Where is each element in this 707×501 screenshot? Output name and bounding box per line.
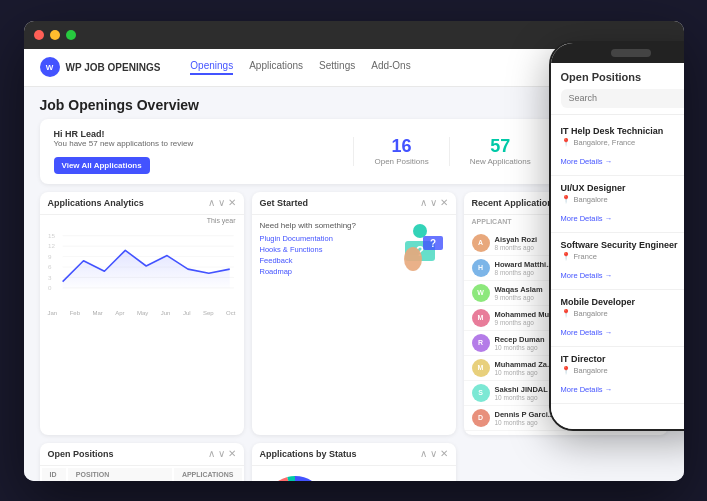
gs-up-icon[interactable]: ∧	[420, 198, 427, 208]
chart-label-mar: Mar	[92, 310, 102, 316]
phone-job-more-1[interactable]: More Details →	[561, 214, 613, 223]
close-dot[interactable]	[34, 30, 44, 40]
phone-job-item-0: IT Help Desk Technician 📍 Bangalore, Fra…	[551, 119, 684, 176]
phone-job-item-3: Mobile Developer 📍 Bangalore More Detail…	[551, 290, 684, 347]
open-positions-card: Open Positions ∧ ∨ ✕ ID POSITION APPLICA…	[40, 443, 244, 481]
phone-search: 🔍 ☰	[561, 89, 684, 108]
avatar-5: M	[472, 359, 490, 377]
chart-label-jun: Jun	[161, 310, 171, 316]
phone-job-more-3[interactable]: More Details →	[561, 328, 613, 337]
phone-job-title-1: UI/UX Designer	[561, 183, 684, 193]
positions-table: ID POSITION APPLICATIONS 45 IT Help Desk…	[40, 466, 244, 481]
analytics-down-icon[interactable]: ∨	[218, 198, 225, 208]
nav-addons[interactable]: Add-Ons	[371, 60, 410, 75]
phone-overlay: Open Positions 🔍 ☰ IT Help Desk Technici…	[549, 41, 684, 431]
analytics-up-icon[interactable]: ∧	[208, 198, 215, 208]
gs-link-feedback[interactable]: Feedback	[260, 256, 387, 265]
svg-text:3: 3	[48, 273, 52, 280]
view-all-button[interactable]: View All Applications	[54, 157, 150, 174]
gs-link-roadmap[interactable]: Roadmap	[260, 267, 387, 276]
status-header: Applications by Status ∧ ∨ ✕	[252, 443, 456, 466]
chart-area: 15 12 9 6 3 0	[40, 226, 244, 316]
banner-greeting: Hi HR Lead!	[54, 129, 354, 139]
phone-job-more-0[interactable]: More Details →	[561, 157, 613, 166]
avatar-6: S	[472, 384, 490, 402]
status-up-icon[interactable]: ∧	[420, 449, 427, 459]
stat-new-number: 57	[470, 137, 531, 155]
minimize-dot[interactable]	[50, 30, 60, 40]
positions-down-icon[interactable]: ∨	[218, 449, 225, 459]
nav-openings[interactable]: Openings	[190, 60, 233, 75]
chart-label-jul: Jul	[183, 310, 191, 316]
phone-notch-inner	[611, 49, 651, 57]
svg-marker-12	[62, 250, 229, 288]
svg-text:12: 12	[48, 242, 55, 249]
phone-header: Open Positions 🔍 ☰	[551, 63, 684, 115]
get-started-content: Need help with something? Plugin Documen…	[252, 215, 456, 284]
chart-label-feb: Feb	[70, 310, 80, 316]
positions-up-icon[interactable]: ∧	[208, 449, 215, 459]
avatar-7: D	[472, 409, 490, 427]
location-pin-3: 📍	[561, 309, 571, 318]
gs-link-hooks[interactable]: Hooks & Functions	[260, 245, 387, 254]
avatar-4: R	[472, 334, 490, 352]
location-text-1: Bangalore	[574, 195, 608, 204]
phone-job-more-2[interactable]: More Details →	[561, 271, 613, 280]
location-pin-0: 📍	[561, 138, 571, 147]
gs-link-docs[interactable]: Plugin Documentation	[260, 234, 387, 243]
stat-open-label: Open Positions	[374, 157, 428, 166]
gs-down-icon[interactable]: ∨	[430, 198, 437, 208]
svg-text:?: ?	[429, 238, 435, 249]
get-started-illustration: ? ?	[393, 221, 448, 276]
browser-window: W WP JOB OPENINGS Openings Applications …	[24, 21, 684, 481]
nav-links: Openings Applications Settings Add-Ons	[190, 60, 410, 75]
nav-settings[interactable]: Settings	[319, 60, 355, 75]
stat-new-applications: 57 New Applications	[449, 137, 551, 166]
stat-open-number: 16	[374, 137, 428, 155]
analytics-close-icon[interactable]: ✕	[228, 198, 236, 208]
svg-text:15: 15	[48, 231, 55, 238]
positions-actions: ∧ ∨ ✕	[208, 449, 236, 459]
nav-applications[interactable]: Applications	[249, 60, 303, 75]
banner-sub: You have 57 new applications to review	[54, 139, 354, 148]
phone-job-location-1: 📍 Bangalore	[561, 195, 684, 204]
chart-label-oct: Oct	[226, 310, 235, 316]
phone-search-input[interactable]	[569, 93, 681, 103]
location-text-4: Bangalore	[574, 366, 608, 375]
svg-point-13	[413, 224, 427, 238]
location-pin-1: 📍	[561, 195, 571, 204]
avatar-2: W	[472, 284, 490, 302]
maximize-dot[interactable]	[66, 30, 76, 40]
svg-point-18	[404, 247, 422, 271]
positions-title: Open Positions	[48, 449, 114, 459]
banner-text: Hi HR Lead! You have 57 new applications…	[54, 129, 354, 174]
stat-open-positions: 16 Open Positions	[353, 137, 448, 166]
phone-job-location-4: 📍 Bangalore	[561, 366, 684, 375]
get-started-title: Get Started	[260, 198, 309, 208]
phone-job-item-2: Software Security Engineer 📍 France More…	[551, 233, 684, 290]
phone-job-item-4: IT Director 📍 Bangalore More Details →	[551, 347, 684, 404]
status-actions: ∧ ∨ ✕	[420, 449, 448, 459]
phone-job-item-1: UI/UX Designer 📍 Bangalore More Details …	[551, 176, 684, 233]
positions-thead: ID POSITION APPLICATIONS	[42, 468, 242, 481]
analytics-title: Applications Analytics	[48, 198, 144, 208]
get-started-header: Get Started ∧ ∨ ✕	[252, 192, 456, 215]
analytics-card: Applications Analytics ∧ ∨ ✕ This year	[40, 192, 244, 435]
phone-jobs: IT Help Desk Technician 📍 Bangalore, Fra…	[551, 115, 684, 411]
col-applications: APPLICATIONS	[174, 468, 242, 481]
chart-label-apr: Apr	[115, 310, 124, 316]
phone-job-title-0: IT Help Desk Technician	[561, 126, 684, 136]
status-close-icon[interactable]: ✕	[440, 449, 448, 459]
chart-label-jan: Jan	[48, 310, 58, 316]
gs-close-icon[interactable]: ✕	[440, 198, 448, 208]
status-title: Applications by Status	[260, 449, 357, 459]
phone-job-more-4[interactable]: More Details →	[561, 385, 613, 394]
analytics-card-header: Applications Analytics ∧ ∨ ✕	[40, 192, 244, 215]
recent-title: Recent Applications	[472, 198, 558, 208]
positions-close-icon[interactable]: ✕	[228, 449, 236, 459]
status-down-icon[interactable]: ∨	[430, 449, 437, 459]
brand: W WP JOB OPENINGS	[40, 57, 161, 77]
chart-labels: Jan Feb Mar Apr May Jun Jul Sep Oct	[48, 310, 236, 316]
phone-notch	[551, 43, 684, 63]
phone-job-location-3: 📍 Bangalore	[561, 309, 684, 318]
